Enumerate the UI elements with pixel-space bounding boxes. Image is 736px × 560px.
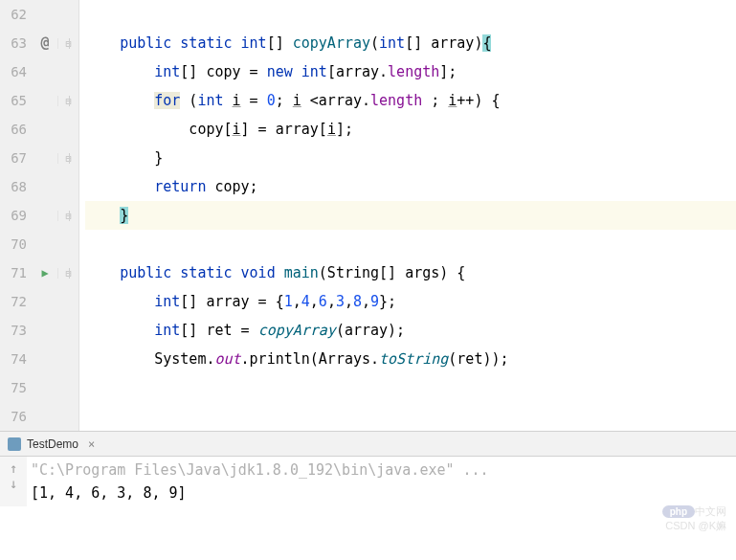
code-line[interactable] [85, 0, 736, 29]
line-number: 75 [0, 380, 33, 395]
arrow-down-icon[interactable]: ↓ [10, 476, 17, 491]
code-line[interactable]: int[] ret = copyArray(array); [85, 316, 736, 345]
fold-icon[interactable]: ⊟ [57, 153, 78, 164]
close-icon[interactable]: × [88, 437, 95, 451]
code-line[interactable]: return copy; [85, 172, 736, 201]
fold-icon[interactable]: ⊟ [57, 211, 78, 221]
run-config-icon [8, 437, 21, 451]
code-line[interactable]: public static int[] copyArray(int[] arra… [85, 29, 736, 57]
console-panel: ↑ ↓ "C:\Program Files\Java\jdk1.8.0_192\… [0, 456, 736, 506]
watermark: php中文网 CSDN @K嫲 [662, 504, 726, 533]
fold-icon[interactable]: ⊟ [57, 268, 78, 279]
line-number: 63 [0, 35, 33, 51]
code-line[interactable]: int[] copy = new int[array.length]; [85, 57, 736, 86]
code-line[interactable]: } [85, 144, 736, 172]
line-number: 71 [0, 265, 33, 280]
line-number: 76 [0, 409, 33, 424]
arrow-up-icon[interactable]: ↑ [10, 460, 17, 476]
line-number: 72 [0, 294, 33, 309]
console-gutter: ↑ ↓ [0, 457, 27, 506]
code-line[interactable]: } [85, 201, 736, 230]
line-number: 73 [0, 323, 33, 338]
line-number: 64 [0, 64, 33, 79]
line-number: 68 [0, 179, 33, 194]
override-icon[interactable]: @ [40, 34, 49, 52]
line-number: 69 [0, 208, 33, 223]
php-logo-icon: php [662, 505, 695, 518]
code-content[interactable]: public static int[] copyArray(int[] arra… [79, 0, 736, 431]
console-tab-label[interactable]: TestDemo [27, 437, 78, 451]
fold-icon[interactable]: ⊟ [57, 96, 78, 106]
console-output[interactable]: "C:\Program Files\Java\jdk1.8.0_192\bin\… [27, 457, 736, 506]
code-line[interactable] [85, 373, 736, 402]
line-number: 74 [0, 351, 33, 367]
line-number: 62 [0, 7, 33, 22]
code-line[interactable]: for (int i = 0; i <array.length ; i++) { [85, 86, 736, 115]
code-line[interactable]: System.out.println(Arrays.toString(ret))… [85, 345, 736, 373]
console-result: [1, 4, 6, 3, 8, 9] [31, 482, 732, 504]
code-line[interactable] [85, 230, 736, 258]
run-icon[interactable]: ▶ [41, 266, 48, 280]
line-number: 67 [0, 150, 33, 166]
console-command: "C:\Program Files\Java\jdk1.8.0_192\bin\… [31, 459, 732, 482]
code-line[interactable]: public static void main(String[] args) { [85, 258, 736, 287]
code-editor[interactable]: 62 63@⊟ 64 65⊟ 66 67⊟ 68 69⊟ 70 71▶⊟ 72 … [0, 0, 736, 431]
gutter: 62 63@⊟ 64 65⊟ 66 67⊟ 68 69⊟ 70 71▶⊟ 72 … [0, 0, 79, 431]
code-line[interactable]: int[] array = {1,4,6,3,8,9}; [85, 287, 736, 316]
code-line[interactable]: copy[i] = array[i]; [85, 115, 736, 144]
line-number: 70 [0, 236, 33, 252]
line-number: 65 [0, 93, 33, 108]
line-number: 66 [0, 122, 33, 137]
code-line[interactable] [85, 402, 736, 431]
fold-icon[interactable]: ⊟ [57, 38, 78, 49]
console-tab-bar: TestDemo × [0, 431, 736, 456]
